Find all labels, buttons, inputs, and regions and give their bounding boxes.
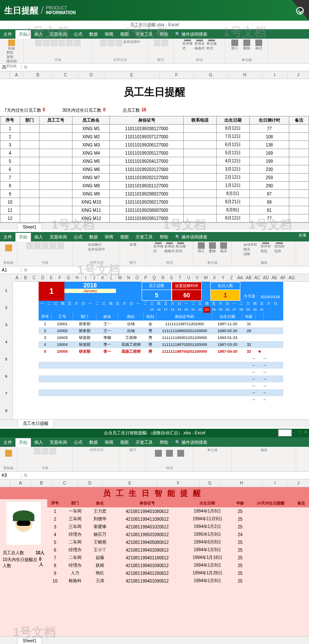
- format-button[interactable]: 格式: [254, 40, 264, 51]
- dashboard-header: 1 2018January 员工总数5 设置提醒时间60 生日人数1 今天是： …: [39, 282, 283, 301]
- ribbon: 剪贴板 字体 对齐方式 数字 样式 单元格 编辑: [0, 447, 309, 472]
- border-button[interactable]: [58, 40, 65, 46]
- summary-row: 7天内过生日员工数030天内过生日员工数0总员工数16: [0, 105, 309, 116]
- table-row[interactable]: 5XING M51101101992041270004月12日199: [0, 157, 309, 165]
- fx-icon[interactable]: fx: [21, 65, 30, 70]
- ribbon: 剪贴板 字体 自动换行合并后居中对齐方式 常规数字 条件格式套用表格格式单元格样…: [0, 241, 309, 266]
- table-row[interactable]: 10XING M101101101992082170008月21日68: [0, 198, 309, 206]
- page-title: 员工生日提醒: [0, 79, 309, 105]
- sheet-tabs: Sheet1: [0, 223, 309, 230]
- table-row[interactable]: 11XING M111101101992080870008月8日81: [0, 206, 309, 214]
- table-row[interactable]: 1XING M11101101992081270008月12日77: [0, 125, 309, 133]
- insert-button[interactable]: 插入: [230, 40, 240, 51]
- table-format-button[interactable]: 套用表格格式: [194, 40, 205, 51]
- sidebar: 员工总人数10人10天内生日提醒总人数0人: [0, 499, 47, 636]
- table-row[interactable]: 9人力艳红4210811994012806121994年1月28日25: [47, 569, 309, 577]
- table-row[interactable]: 510004研发部李一高级工程师男11111119870420110000019…: [39, 348, 283, 355]
- paste-button[interactable]: [3, 242, 14, 253]
- table-row[interactable]: 4经理办杨百万4210811995010906121995年1月9日24: [47, 531, 309, 538]
- sheet-tab[interactable]: Sheet1: [17, 223, 42, 230]
- excel-window-1: 1号文档 1号文档 1号文档 员工生日提醒.xlsx - Excel 文件开始插…: [0, 21, 309, 230]
- underline-button[interactable]: [51, 40, 58, 46]
- table-row[interactable]: 12XING M121101101992081270008月12日77: [0, 214, 309, 223]
- bold-button[interactable]: [35, 40, 42, 46]
- table-row[interactable]: 2三车间刘德华4210811994110906121994年11月9日25: [47, 515, 309, 523]
- table-row[interactable]: 410004研发部李一高级工程师男11111119870320110000019…: [39, 341, 283, 348]
- table-row[interactable]: 10检验科王涛4210811994010906121994年1月9日25: [47, 577, 309, 585]
- fill-color-button[interactable]: [66, 40, 73, 46]
- table-row[interactable]: 110001财务部王一出纳女1111111987112010001987-11-…: [39, 320, 283, 327]
- banner-title: 员工生日智能提醒: [0, 487, 309, 499]
- table-row[interactable]: 8经理办妖姬4210811994010906121994年1月9日25: [47, 562, 309, 569]
- maximize-icon[interactable]: □: [298, 430, 300, 434]
- table-row[interactable]: 5二车间王晓燕4210811994050806121994年5月8日25: [47, 538, 309, 546]
- table-row[interactable]: 2XING M21101101992071270007月12日108: [0, 133, 309, 141]
- minimize-icon[interactable]: —: [290, 430, 294, 434]
- font-color-button[interactable]: [74, 40, 81, 46]
- cell-style-button[interactable]: 单元格样式: [206, 40, 217, 51]
- table-row[interactable]: 1一车间王力宏4210811994010806121994年1月8日25: [47, 507, 309, 515]
- ribbon-tab-0[interactable]: 文件: [0, 30, 15, 39]
- name-box[interactable]: A1: [0, 268, 21, 272]
- table-row[interactable]: 4XING M41101101992051270005月12日169: [0, 149, 309, 157]
- title-bar: 企业员工生日智能提醒-（函数自动汇总）.xlsx - Excel 登录 —□✕: [0, 429, 309, 437]
- sheet-tab[interactable]: Sheet1: [17, 637, 42, 644]
- table-row[interactable]: 3XING M31101101992061270006月12日138: [0, 141, 309, 149]
- table-row[interactable]: 8XING M81101101992011270001月12日290: [0, 182, 309, 190]
- table-row[interactable]: 3三车间谢霆锋4210811994010206121994年1月2日25: [47, 523, 309, 531]
- excel-window-3: 企业员工生日智能提醒-（函数自动汇总）.xlsx - Excel 登录 —□✕ …: [0, 429, 309, 644]
- employee-table: 序号部门员工工号员工姓名身份证号联系电话出生日期生日倒计时备注 1XING M1…: [0, 116, 309, 223]
- employee-table: 序号部门姓名身份证号出生日期年龄10天内生日提醒备注 1一车间王力宏421081…: [47, 499, 309, 585]
- table-row[interactable]: 7XING M71101101992021270002月12日259: [0, 174, 309, 182]
- dropdown-icon[interactable]: [296, 7, 304, 15]
- top-banner: 生日提醒 / PRODUCTINFORMATION: [0, 0, 309, 21]
- formula-bar: J5 fx: [0, 64, 309, 71]
- table-row[interactable]: 6XING M61101101992031270003月12日230: [0, 165, 309, 174]
- sheet-tab[interactable]: 员工生日提醒: [17, 419, 54, 427]
- ribbon-tabs: 文件开始插入页面布局公式数据审阅视图开发工具帮助🔍 操作说明搜索共享: [0, 232, 309, 241]
- table-row[interactable]: 6经理办王小丫4210811994010906121994年1月9日25: [47, 546, 309, 554]
- ribbon-tab-8[interactable]: 开发工具: [132, 30, 156, 39]
- banner-title: 生日提醒: [4, 5, 39, 16]
- ribbon-tab-2[interactable]: 插入: [31, 30, 46, 39]
- share-button[interactable]: 共享: [299, 233, 306, 238]
- formula-input[interactable]: [30, 64, 309, 70]
- table-row[interactable]: 7二车间赵薇4210811994011806121994年1月18日25: [47, 554, 309, 562]
- title-bar: 员工生日提醒.xlsx - Excel: [0, 21, 309, 29]
- ribbon-tab-3[interactable]: 页面布局: [46, 30, 70, 39]
- paste-button[interactable]: 粘贴: [6, 40, 17, 51]
- cond-format-button[interactable]: 条件格式: [182, 40, 193, 51]
- table-row[interactable]: 210002财务部王一出纳男1111111990022011000001990-…: [39, 327, 283, 334]
- ribbon-tab-1[interactable]: 开始: [15, 30, 31, 39]
- avatar: [6, 502, 41, 545]
- ribbon-tab-4[interactable]: 公式: [70, 30, 86, 39]
- name-box[interactable]: K8: [0, 473, 21, 478]
- table-row[interactable]: 9XING M91101101992080270008月2日87: [0, 190, 309, 198]
- ribbon: 粘贴 剪切复制格式刷 剪贴板 字体 合并后居中 对齐方式 数字 条件格式 套用表…: [0, 39, 309, 64]
- ribbon-tab-6[interactable]: 审阅: [101, 30, 117, 39]
- ribbon-tab-9[interactable]: 帮助: [156, 30, 172, 39]
- italic-button[interactable]: [43, 40, 50, 46]
- name-box[interactable]: J5: [0, 65, 21, 70]
- delete-button[interactable]: 删除: [242, 40, 252, 51]
- close-icon[interactable]: ✕: [304, 430, 307, 434]
- table-row[interactable]: 310003研发部李柳工程师男1111111993012311000001993…: [39, 334, 283, 341]
- excel-window-2: 文件开始插入页面布局公式数据审阅视图开发工具帮助🔍 操作说明搜索共享 剪贴板 字…: [0, 232, 309, 427]
- ribbon-tabs: 文件开始插入页面布局公式数据审阅视图开发工具帮助🔍 操作说明搜索: [0, 29, 309, 39]
- ribbon-tab-5[interactable]: 数据: [86, 30, 101, 39]
- ribbon-tab-7[interactable]: 视图: [117, 30, 132, 39]
